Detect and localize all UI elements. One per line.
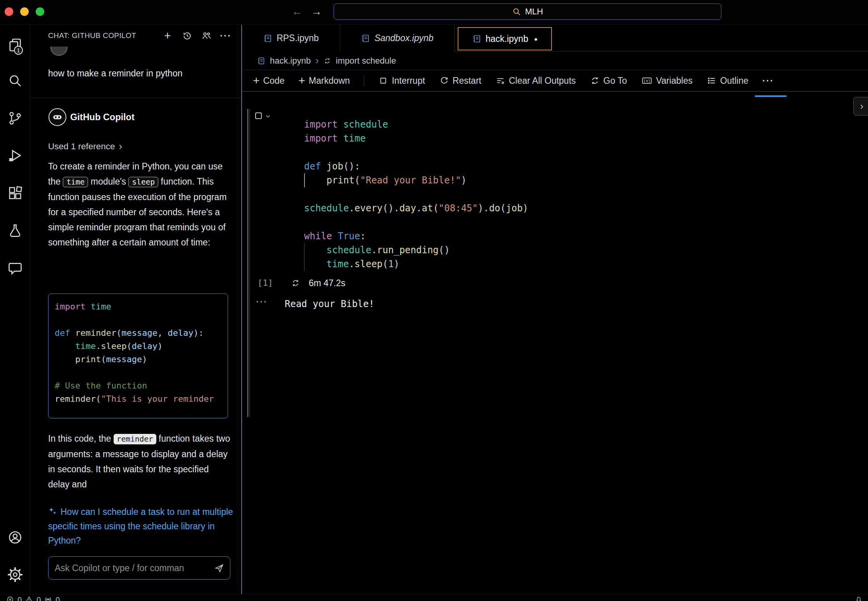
settings-gear-icon[interactable] xyxy=(7,567,23,582)
cell-code[interactable]: import scheduleimport time def job(): pr… xyxy=(304,117,528,271)
plus-icon: + xyxy=(253,77,260,85)
notebook-file-icon xyxy=(263,34,272,43)
vscode-window: ← → MLH 1 xyxy=(0,0,868,601)
close-window-button[interactable] xyxy=(5,7,13,16)
chat-code-block: import time def reminder(message, delay)… xyxy=(48,294,228,418)
breadcrumb: hack.ipynb › import schedule xyxy=(242,52,868,70)
explorer-badge: 1 xyxy=(14,46,23,55)
cell-focus-bar-inner xyxy=(249,109,250,417)
variables-icon: (x) xyxy=(641,76,653,86)
outline-list-icon xyxy=(707,76,717,86)
chevron-right-icon: › xyxy=(315,55,319,67)
goto-sync-icon xyxy=(590,76,600,86)
chevron-down-icon[interactable] xyxy=(265,113,271,120)
execution-duration: 6m 47.2s xyxy=(309,278,346,288)
clear-outputs-button[interactable]: Clear All Outputs xyxy=(495,76,576,86)
breadcrumb-symbol[interactable]: import schedule xyxy=(336,56,396,66)
testing-icon[interactable] xyxy=(7,223,23,238)
plus-icon: + xyxy=(299,77,306,85)
status-bar: 0 0 0 xyxy=(0,594,868,601)
svg-text:(x): (x) xyxy=(643,78,650,83)
execution-refresh-icon[interactable] xyxy=(291,278,300,288)
restart-button[interactable]: Restart xyxy=(439,76,481,86)
indent-guide xyxy=(304,243,304,271)
assistant-paragraph-2: In this code, the reminder function take… xyxy=(48,431,231,492)
back-button[interactable]: ← xyxy=(292,5,303,18)
source-control-icon[interactable] xyxy=(7,111,23,126)
tab-sandbox[interactable]: Sandbox.ipynb xyxy=(340,25,455,52)
copilot-chat-panel: CHAT: GITHUB COPILOT + ··· how to make a xyxy=(30,25,242,594)
new-chat-icon[interactable]: + xyxy=(162,30,173,41)
message-divider xyxy=(30,98,242,98)
tab-label: RPS.ipynb xyxy=(277,33,319,43)
forward-button[interactable]: → xyxy=(311,5,322,18)
search-value: MLH xyxy=(525,7,543,17)
titlebar: ← → MLH xyxy=(0,0,868,25)
warning-icon xyxy=(25,596,33,601)
clear-all-icon xyxy=(495,76,505,86)
bell-icon[interactable] xyxy=(855,596,863,601)
send-icon[interactable] xyxy=(214,563,225,573)
horizontal-scrollbar[interactable] xyxy=(755,95,787,97)
followup-suggestion[interactable]: How can I schedule a task to run at mult… xyxy=(48,505,233,548)
tab-rps[interactable]: RPS.ipynb xyxy=(242,25,340,52)
assistant-paragraph-1: To create a reminder in Python, you can … xyxy=(48,159,231,250)
command-center-search[interactable]: MLH xyxy=(334,3,721,20)
notebook-toolbar: + Code + Markdown Interrupt R xyxy=(242,70,868,92)
panel-expand-button[interactable]: › xyxy=(853,97,868,116)
symbol-sync-icon xyxy=(323,57,331,65)
notebook-file-icon xyxy=(472,34,481,43)
restart-icon xyxy=(439,76,449,86)
toolbar-more-icon[interactable]: ··· xyxy=(763,75,774,86)
add-code-button[interactable]: + Code xyxy=(253,76,285,86)
sparkle-icon xyxy=(48,507,57,516)
execution-count: [1] xyxy=(258,278,273,288)
chat-input-box xyxy=(48,556,230,580)
tab-label: Sandbox.ipynb xyxy=(374,33,433,43)
tab-hack-active[interactable]: hack.ipynb ● xyxy=(458,27,552,50)
run-debug-icon[interactable] xyxy=(7,148,23,163)
extensions-icon[interactable] xyxy=(7,185,23,201)
references-toggle[interactable]: Used 1 reference › xyxy=(48,140,122,152)
maximize-window-button[interactable] xyxy=(36,7,44,16)
notebook-file-icon xyxy=(257,57,265,65)
history-icon[interactable] xyxy=(182,30,192,41)
error-icon xyxy=(6,596,14,601)
chat-panel-title: CHAT: GITHUB COPILOT xyxy=(48,31,162,40)
chevron-right-icon: › xyxy=(119,140,123,152)
goto-button[interactable]: Go To xyxy=(590,76,627,86)
output-options-icon[interactable]: ··· xyxy=(256,296,268,307)
chat-panel-header: CHAT: GITHUB COPILOT + ··· xyxy=(30,25,241,47)
minimize-window-button[interactable] xyxy=(20,7,29,16)
indent-guide-active xyxy=(304,173,305,187)
cell-run-state-icon[interactable] xyxy=(255,112,262,119)
more-actions-icon[interactable]: ··· xyxy=(220,30,231,41)
stop-square-icon xyxy=(378,76,388,86)
search-icon xyxy=(512,7,521,16)
problems-indicator[interactable]: 0 0 0 xyxy=(6,596,60,601)
unsaved-dot-icon[interactable]: ● xyxy=(534,36,538,42)
assistant-name: GitHub Copilot xyxy=(70,112,135,123)
interrupt-button[interactable]: Interrupt xyxy=(378,76,425,86)
cell-focus-bar[interactable] xyxy=(247,109,248,417)
outline-button[interactable]: Outline xyxy=(707,76,749,86)
user-message: how to make a reminder in python xyxy=(48,68,230,79)
copilot-avatar xyxy=(48,108,66,126)
chat-input[interactable] xyxy=(55,563,214,573)
tab-label: hack.ipynb xyxy=(486,34,528,44)
activity-bar: 1 xyxy=(0,25,30,594)
broadcast-icon xyxy=(44,596,52,601)
search-sidebar-icon[interactable] xyxy=(7,73,23,88)
cell-output: Read your Bible! xyxy=(285,299,374,309)
tab-bar: RPS.ipynb Sandbox.ipynb xyxy=(242,25,868,52)
add-markdown-button[interactable]: + Markdown xyxy=(299,76,350,86)
chat-icon[interactable] xyxy=(7,260,23,276)
breadcrumb-file[interactable]: hack.ipynb xyxy=(270,56,311,66)
toolbar-separator xyxy=(364,75,364,86)
account-icon[interactable] xyxy=(7,530,23,545)
notebook-file-icon xyxy=(361,34,370,43)
editor-area: RPS.ipynb Sandbox.ipynb xyxy=(242,25,868,594)
people-icon[interactable] xyxy=(201,30,212,41)
variables-button[interactable]: (x) Variables xyxy=(641,76,693,86)
